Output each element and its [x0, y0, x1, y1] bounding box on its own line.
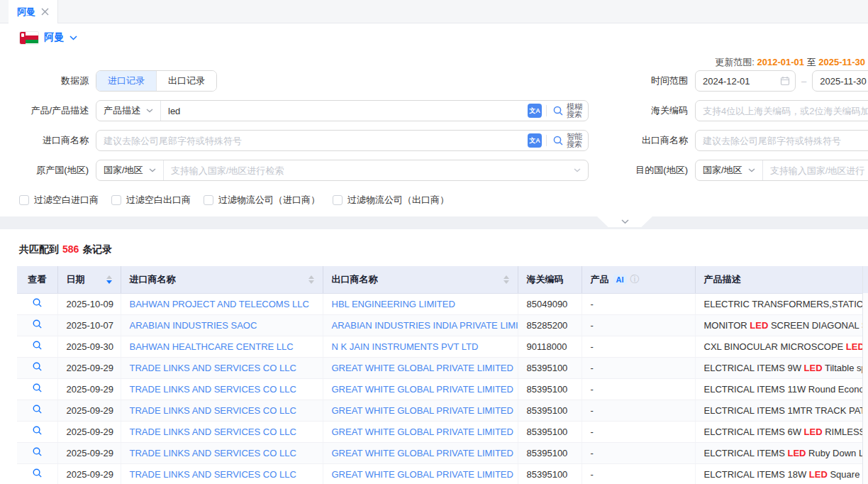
- importer-link[interactable]: TRADE LINKS AND SERVICES CO LLC: [130, 405, 296, 416]
- checkbox-label: 过滤空白进口商: [34, 194, 99, 207]
- header-exporter-label: 出口商名称: [332, 273, 378, 286]
- view-record-button[interactable]: [17, 378, 57, 400]
- cell-importer: BAHWAN PROJECT AND TELECOMS LLC: [121, 293, 323, 314]
- filter-checkbox-2[interactable]: 过滤物流公司（进口商）: [204, 194, 320, 207]
- records-tbody: 2025-10-09BAHWAN PROJECT AND TELECOMS LL…: [17, 293, 868, 484]
- magnifier-icon: [32, 383, 43, 393]
- tab-export-records[interactable]: 出口记录: [156, 71, 216, 91]
- exporter-link[interactable]: GREAT WHITE GLOBAL PRIVATE LIMITED: [332, 384, 513, 395]
- sort-button-importer[interactable]: [308, 275, 314, 284]
- exporter-link[interactable]: GREAT WHITE GLOBAL PRIVATE LIMITED: [332, 427, 513, 437]
- results-count: 586: [62, 243, 79, 255]
- importer-link[interactable]: TRADE LINKS AND SERVICES CO LLC: [130, 448, 296, 458]
- importer-input[interactable]: [96, 131, 526, 150]
- fuzzy-search-button[interactable]: 模糊 搜索: [567, 103, 582, 119]
- magnifier-icon: [32, 319, 43, 329]
- view-record-button[interactable]: [17, 293, 57, 314]
- cell-hs-code: 85285200: [518, 314, 582, 336]
- importer-link[interactable]: TRADE LINKS AND SERVICES CO LLC: [130, 363, 296, 373]
- close-icon[interactable]: [41, 6, 49, 17]
- importer-label: 进口商名称: [0, 134, 96, 147]
- checkbox-icon[interactable]: [204, 195, 213, 205]
- filter-checkbox-1[interactable]: 过滤空白出口商: [111, 194, 191, 207]
- chevron-down-icon: [574, 168, 581, 172]
- product-search-input[interactable]: [161, 101, 526, 121]
- view-record-button[interactable]: [17, 357, 57, 378]
- view-record-button[interactable]: [17, 336, 57, 357]
- cell-description: MONITOR LED SCREEN DIAGONAL S...: [695, 314, 868, 336]
- smart-search-button[interactable]: 智能 搜索: [567, 133, 582, 148]
- exporter-link[interactable]: GREAT WHITE GLOBAL PRIVATE LIMITED: [332, 469, 513, 480]
- collapse-panel-button[interactable]: [597, 216, 652, 227]
- country-selector[interactable]: 阿曼: [0, 23, 868, 52]
- view-record-button[interactable]: [17, 314, 57, 336]
- exporter-link[interactable]: N K JAIN INSTRUMENTS PVT LTD: [332, 341, 479, 352]
- filter-panel: 更新范围: 2012-01-01 至 2025-11-30 数据源 进口记录 出…: [0, 52, 868, 207]
- highlighted-term: LED: [804, 363, 823, 373]
- sort-button-exporter[interactable]: [503, 275, 509, 284]
- data-source-label: 数据源: [0, 75, 96, 87]
- cell-importer: TRADE LINKS AND SERVICES CO LLC: [121, 463, 323, 484]
- checkbox-icon[interactable]: [19, 195, 29, 205]
- destination-country-select[interactable]: 国家/地区: [696, 160, 763, 180]
- view-record-button[interactable]: [17, 442, 57, 463]
- cell-description: ELCTRICAL ITEMS 11W Round Econo...: [695, 378, 868, 400]
- translate-icon[interactable]: 文A: [528, 104, 542, 118]
- destination-country-select-value: 国家/地区: [703, 164, 742, 177]
- update-range-start: 2012-01-01: [757, 57, 804, 67]
- sort-button-date[interactable]: [106, 275, 112, 284]
- tab-oman[interactable]: 阿曼: [9, 0, 58, 23]
- exporter-link[interactable]: ARABIAN INDUSTRIES INDIA PRIVATE LIMIT..…: [332, 320, 518, 331]
- cell-exporter: GREAT WHITE GLOBAL PRIVATE LIMITED: [323, 400, 518, 421]
- checkbox-icon[interactable]: [333, 195, 343, 205]
- checkbox-label: 过滤物流公司（进口商）: [218, 194, 320, 207]
- date-end-input[interactable]: [812, 70, 868, 92]
- chevron-down-icon: [621, 219, 629, 224]
- cell-hs-code: 85395100: [518, 400, 582, 421]
- filter-checkbox-0[interactable]: 过滤空白进口商: [19, 194, 99, 207]
- results-panel: 共匹配到586条记录 查看 日期: [0, 229, 868, 484]
- destination-country-input[interactable]: [763, 160, 868, 180]
- exporter-input[interactable]: [695, 130, 868, 151]
- cell-importer: TRADE LINKS AND SERVICES CO LLC: [121, 421, 323, 442]
- cell-hs-code: 85395100: [518, 463, 582, 484]
- header-date: 日期: [57, 266, 121, 293]
- hs-code-input[interactable]: [695, 100, 868, 121]
- hs-code-label: 海关编码: [630, 104, 695, 117]
- destination-country-group: 国家/地区: [695, 160, 868, 181]
- importer-link[interactable]: ARABIAN INDUSTRIES SAOC: [130, 320, 257, 331]
- view-record-button[interactable]: [17, 463, 57, 484]
- table-row: 2025-09-29TRADE LINKS AND SERVICES CO LL…: [17, 400, 868, 421]
- importer-link[interactable]: BAHWAN HEALTHCARE CENTRE LLC: [130, 341, 294, 352]
- exporter-link[interactable]: GREAT WHITE GLOBAL PRIVATE LIMITED: [332, 448, 513, 458]
- country-name[interactable]: 阿曼: [44, 31, 64, 44]
- exporter-link[interactable]: HBL ENGINEERING LIMITED: [332, 299, 455, 309]
- search-icon[interactable]: [552, 135, 564, 146]
- view-record-button[interactable]: [17, 400, 57, 421]
- info-icon[interactable]: ⓘ: [630, 273, 640, 286]
- header-product: 产品 AI ⓘ: [582, 266, 695, 293]
- records-table: 查看 日期 进口商名称: [17, 266, 868, 484]
- importer-link[interactable]: TRADE LINKS AND SERVICES CO LLC: [130, 384, 296, 395]
- filter-checkbox-3[interactable]: 过滤物流公司（出口商）: [333, 194, 449, 207]
- translate-icon[interactable]: 文A: [528, 133, 542, 148]
- tab-import-records[interactable]: 进口记录: [96, 71, 156, 91]
- cell-product: -: [582, 314, 695, 336]
- search-icon[interactable]: [552, 105, 564, 116]
- exporter-link[interactable]: GREAT WHITE GLOBAL PRIVATE LIMITED: [332, 405, 513, 416]
- importer-link[interactable]: BAHWAN PROJECT AND TELECOMS LLC: [130, 299, 309, 309]
- view-record-button[interactable]: [17, 421, 57, 442]
- vertical-scrollbar[interactable]: [862, 266, 868, 484]
- origin-country-select[interactable]: 国家/地区: [96, 160, 164, 180]
- checkbox-icon[interactable]: [111, 195, 121, 205]
- time-range-label: 时间范围: [630, 75, 695, 87]
- product-type-select[interactable]: 产品描述: [96, 101, 161, 121]
- importer-link[interactable]: TRADE LINKS AND SERVICES CO LLC: [130, 469, 296, 480]
- cell-description: ELCTRICAL ITEMS 6W LED RIMLESS ...: [695, 421, 868, 442]
- cell-hs-code: 85395100: [518, 378, 582, 400]
- importer-link[interactable]: TRADE LINKS AND SERVICES CO LLC: [130, 427, 296, 437]
- table-row: 2025-09-29TRADE LINKS AND SERVICES CO LL…: [17, 378, 868, 400]
- origin-country-input[interactable]: [164, 160, 574, 180]
- fuzzy-search-line2: 搜索: [567, 110, 582, 119]
- exporter-link[interactable]: GREAT WHITE GLOBAL PRIVATE LIMITED: [332, 363, 513, 373]
